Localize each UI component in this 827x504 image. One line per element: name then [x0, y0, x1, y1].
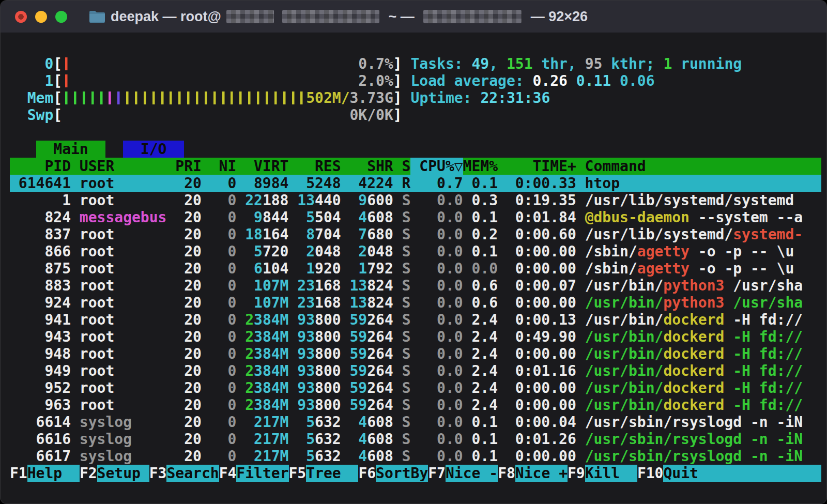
- text-segment: dockerd: [663, 328, 724, 345]
- text-segment: 608: [367, 209, 393, 226]
- text-segment: dockerd: [663, 311, 724, 328]
- meter-bar: [271, 89, 280, 106]
- redacted-text: [226, 10, 274, 23]
- tab-main[interactable]: Main: [36, 141, 106, 158]
- swp-meter: Swp[ 0K/0K]: [10, 106, 821, 124]
- text-segment: Mem: [10, 89, 53, 106]
- text-segment: 0: [202, 379, 236, 396]
- text-segment: 2: [245, 396, 254, 414]
- text-segment: S 0.0 0.0: [393, 260, 498, 277]
- fn-key-f1[interactable]: F1: [10, 465, 27, 482]
- text-segment: 0: [202, 328, 236, 345]
- text-segment: 264: [367, 345, 393, 362]
- process-row-883[interactable]: 883 root 20 0 107M 23168 13824 S 0.0 0.6…: [10, 277, 821, 294]
- fn-quit[interactable]: Quit: [663, 465, 811, 482]
- title-group: deepak — root@ ~ — — 92×26: [89, 9, 588, 25]
- fn-filter[interactable]: Filter: [236, 465, 288, 482]
- text-segment: 0.26: [532, 72, 576, 89]
- process-row-866[interactable]: 866 root 20 0 5720 2048 2048 S 0.0 0.1 0…: [10, 243, 821, 260]
- text-segment: S 0.0: [393, 362, 463, 379]
- minimize-button[interactable]: [35, 11, 47, 23]
- column-headers[interactable]: PID USER PRI NI VIRT RES SHR S: [10, 158, 410, 175]
- zoom-button[interactable]: [55, 11, 67, 23]
- text-segment: 264: [367, 311, 393, 328]
- table-header[interactable]: PID USER PRI NI VIRT RES SHR S CPU%▽MEM%…: [10, 158, 821, 175]
- process-row-6614[interactable]: 6614 syslog 20 0 217M 5632 4608 S 0.0 0.…: [10, 414, 821, 431]
- blank-line: [10, 38, 821, 55]
- process-row-943[interactable]: 943 root 20 0 2384M 93800 59264 S 0.0 2.…: [10, 328, 821, 345]
- process-row-948[interactable]: 948 root 20 0 2384M 93800 59264 S 0.0 2.…: [10, 345, 821, 362]
- process-row-6616[interactable]: 6616 syslog 20 0 217M 5632 4608 S 0.0 0.…: [10, 431, 821, 448]
- text-segment: 048: [315, 243, 341, 260]
- column-headers[interactable]: MEM% TIME+ Command: [463, 158, 646, 175]
- fn-help[interactable]: Help: [27, 465, 80, 482]
- text-segment: 0.1 0:00.00 /sbin/: [463, 243, 637, 260]
- text-segment: [236, 311, 245, 328]
- tab-io[interactable]: I/O: [123, 141, 184, 158]
- text-segment: [402, 55, 411, 72]
- text-segment: 614641 root 20 0 8984 5248 4224 R 0.7 0.…: [10, 175, 620, 192]
- fn-search[interactable]: Search: [166, 465, 219, 482]
- process-row-963[interactable]: 963 root 20 0 2384M 93800 59264 S 0.0 2.…: [10, 396, 821, 414]
- text-segment: /usr/bin/: [576, 345, 664, 362]
- text-segment: 2: [245, 362, 254, 379]
- fn-key-f4[interactable]: F4: [219, 465, 237, 482]
- fn-key-f7[interactable]: F7: [428, 465, 446, 482]
- process-row-924[interactable]: 924 root 20 0 107M 23168 13824 S 0.0 0.6…: [10, 294, 821, 311]
- meter-bar: [62, 89, 71, 106]
- text-segment: [71, 72, 358, 89]
- terminal-window: deepak — root@ ~ — — 92×26 0[ 0.7%] Task…: [0, 0, 827, 504]
- process-row-952[interactable]: 952 root 20 0 2384M 93800 59264 S 0.0 2.…: [10, 379, 821, 396]
- fn-setup[interactable]: Setup: [97, 465, 149, 482]
- fn-sortby[interactable]: SortBy: [376, 465, 428, 482]
- process-row-824[interactable]: 824 messagebus 20 0 9844 5504 4608 S 0.0…: [10, 209, 821, 226]
- text-segment: /usr/bin/: [576, 328, 664, 345]
- text-segment: S 0.0: [393, 209, 463, 226]
- text-segment: 0:00.00 /sbin/: [498, 260, 637, 277]
- text-segment: 866 root 20: [10, 243, 202, 260]
- text-segment: 0.7%: [358, 55, 393, 72]
- fn-nice-plus[interactable]: Nice +: [515, 465, 568, 482]
- text-segment: 0: [202, 243, 236, 260]
- text-segment: 704: [315, 226, 341, 243]
- text-segment: 0.1 0:01.26: [463, 431, 576, 448]
- text-segment: 9: [341, 192, 367, 209]
- text-segment: 0.11: [576, 72, 620, 89]
- fn-key-f8[interactable]: F8: [498, 465, 515, 482]
- text-segment: 963 root 20: [10, 396, 202, 414]
- fn-kill[interactable]: Kill: [585, 465, 637, 482]
- fn-key-f10[interactable]: F10: [637, 465, 664, 482]
- process-row-6617[interactable]: 6617 syslog 20 0 217M 5632 4608 S 0.0 0.…: [10, 448, 821, 465]
- fn-nice-minus[interactable]: Nice -: [446, 465, 498, 482]
- text-segment: 384M 93: [254, 328, 315, 345]
- process-row-1[interactable]: 1 root 20 0 22188 13440 9600 S 0.0 0.3 0…: [10, 192, 821, 209]
- process-row-949[interactable]: 949 root 20 0 2384M 93800 59264 S 0.0 2.…: [10, 362, 821, 379]
- close-button[interactable]: [15, 11, 27, 23]
- text-segment: 59: [341, 379, 367, 396]
- fn-tree[interactable]: Tree: [306, 465, 358, 482]
- fn-key-f5[interactable]: F5: [289, 465, 307, 482]
- meter-bar: [227, 89, 236, 106]
- fn-key-f6[interactable]: F6: [358, 465, 376, 482]
- meter-bar: [105, 89, 114, 106]
- sort-column-cpu[interactable]: CPU%▽: [410, 158, 463, 175]
- fn-key-f2[interactable]: F2: [80, 465, 97, 482]
- text-segment: -H fd://: [724, 345, 803, 362]
- fn-key-f9[interactable]: F9: [568, 465, 585, 482]
- process-row-875[interactable]: 875 root 20 0 6104 1920 1792 S 0.0 0.0 0…: [10, 260, 821, 277]
- text-segment: [62, 106, 349, 124]
- text-segment: 59: [341, 328, 367, 345]
- text-segment: Swp: [10, 106, 53, 124]
- process-row-614641[interactable]: 614641 root 20 0 8984 5248 4224 R 0.7 0.…: [10, 175, 821, 192]
- text-segment: S 0.0: [393, 192, 463, 209]
- text-segment: kthr;: [602, 55, 663, 72]
- text-segment: 720: [263, 243, 289, 260]
- fn-key-f3[interactable]: F3: [149, 465, 167, 482]
- text-segment: dockerd: [663, 345, 724, 362]
- text-segment: [71, 55, 358, 72]
- text-segment: /usr/bin/: [576, 294, 664, 311]
- process-row-941[interactable]: 941 root 20 0 2384M 93800 59264 S 0.0 2.…: [10, 311, 821, 328]
- process-row-837[interactable]: 837 root 20 0 18164 8704 7680 S 0.0 0.2 …: [10, 226, 821, 243]
- text-segment: 95: [585, 55, 603, 72]
- text-segment: 0: [202, 431, 236, 448]
